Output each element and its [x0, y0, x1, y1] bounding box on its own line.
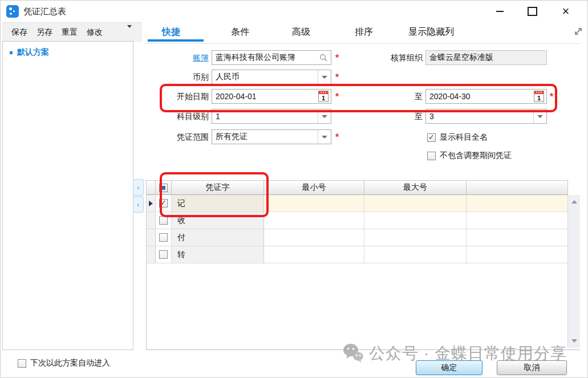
max-number-cell[interactable]	[364, 195, 467, 212]
col-header-voucher-word[interactable]: 凭证字	[172, 180, 264, 195]
min-number-cell[interactable]	[264, 195, 364, 212]
checkbox-unchecked-icon	[159, 216, 168, 225]
org-label: 核算组织	[384, 53, 423, 63]
modify-button[interactable]: 修改	[87, 27, 103, 38]
tab-condition[interactable]: 条件	[231, 26, 249, 38]
tab-quick[interactable]: 快捷	[162, 26, 180, 38]
subject-level-select[interactable]: 1	[212, 109, 331, 124]
minimize-icon	[496, 11, 504, 12]
blank-cell	[467, 212, 568, 229]
table-row[interactable]: 转	[147, 246, 580, 263]
table-row[interactable]: 收	[147, 212, 580, 229]
chevron-down-icon[interactable]	[318, 109, 331, 123]
max-number-cell[interactable]	[364, 229, 467, 246]
save-button[interactable]: 保存	[11, 27, 27, 38]
voucher-word-table: 凭证字 最小号 最大号 记 收	[146, 180, 580, 350]
chevron-down-icon[interactable]	[318, 130, 331, 144]
table-header-row: 凭证字 最小号 最大号	[147, 180, 580, 195]
header-indicator-cell	[147, 180, 156, 195]
scroll-up-icon[interactable]	[568, 197, 580, 206]
max-number-cell[interactable]	[364, 246, 467, 263]
row-checkbox[interactable]	[156, 195, 172, 212]
table-row[interactable]: 付	[147, 229, 580, 246]
tabs-separator	[146, 43, 580, 44]
col-header-min-number[interactable]: 最小号	[264, 180, 364, 195]
ok-button[interactable]: 确定	[416, 360, 482, 375]
subject-level-to-label: 至	[411, 112, 423, 122]
active-tab-underline	[148, 39, 204, 42]
checkbox-checked-icon	[159, 199, 168, 208]
checkbox-partial-icon	[159, 184, 168, 192]
required-asterisk: *	[335, 92, 339, 102]
expand-dialog-icon[interactable]	[573, 26, 584, 37]
auto-enter-checkbox[interactable]: 下次以此方案自动进入	[18, 358, 110, 368]
exclude-adjust-period-checkbox[interactable]: 不包含调整期间凭证	[427, 151, 512, 161]
col-header-blank	[467, 180, 568, 195]
voucher-word-cell[interactable]: 记	[172, 195, 264, 212]
required-asterisk: *	[335, 53, 339, 63]
start-date-label: 开始日期	[115, 92, 209, 102]
scheme-list-panel: 默认方案	[2, 41, 133, 350]
scheme-item-default[interactable]: 默认方案	[10, 47, 49, 58]
scroll-down-icon[interactable]	[568, 336, 580, 346]
checkbox-unchecked-icon	[427, 152, 436, 160]
blank-cell	[467, 195, 568, 212]
app-logo-icon	[6, 5, 19, 18]
currency-label: 币别	[115, 72, 209, 83]
tab-sort[interactable]: 排序	[355, 26, 373, 38]
chevron-down-icon[interactable]	[318, 70, 331, 84]
min-number-cell[interactable]	[264, 229, 364, 246]
blank-cell	[467, 246, 568, 263]
cancel-button[interactable]: 取消	[497, 360, 567, 375]
checkbox-unchecked-icon	[159, 233, 168, 242]
collapse-right-button[interactable]: ›	[133, 179, 144, 196]
ledger-field[interactable]: 蓝海科技有限公司账簿	[212, 50, 331, 65]
current-row-arrow-icon	[149, 201, 153, 206]
voucher-word-cell[interactable]: 转	[172, 246, 264, 263]
end-date-label: 至	[411, 92, 423, 102]
voucher-word-cell[interactable]: 收	[172, 212, 264, 229]
row-indicator-cell	[147, 246, 156, 263]
row-checkbox[interactable]	[156, 229, 172, 246]
currency-select[interactable]: 人民币	[212, 70, 331, 84]
end-date-field[interactable]: 2020-04-30 1	[425, 89, 547, 104]
close-button[interactable]: ×	[558, 5, 573, 18]
select-all-checkbox[interactable]	[156, 180, 172, 195]
min-number-cell[interactable]	[264, 212, 364, 229]
row-checkbox[interactable]	[156, 246, 172, 263]
search-icon[interactable]	[316, 51, 331, 64]
window-title: 凭证汇总表	[23, 6, 66, 17]
start-date-field[interactable]: 2020-04-01 1	[212, 89, 331, 104]
checkbox-unchecked-icon	[18, 359, 26, 368]
vertical-scrollbar[interactable]	[567, 195, 580, 348]
ledger-label-link[interactable]: 账簿	[115, 53, 209, 63]
max-number-cell[interactable]	[364, 212, 467, 229]
tab-show-hide-columns[interactable]: 显示隐藏列	[408, 26, 454, 38]
maximize-button[interactable]	[525, 5, 540, 18]
reset-button[interactable]: 重置	[62, 27, 78, 38]
min-number-cell[interactable]	[264, 246, 364, 263]
calendar-icon[interactable]: 1	[316, 90, 331, 103]
chevron-down-icon[interactable]	[533, 109, 546, 123]
blank-cell	[467, 229, 568, 246]
scheme-toolbar: 保存 另存 重置 修改	[2, 22, 142, 42]
row-checkbox[interactable]	[156, 212, 172, 229]
toolbar-overflow-icon[interactable]	[127, 28, 134, 38]
voucher-range-select[interactable]: 所有凭证	[212, 129, 331, 144]
checkbox-unchecked-icon	[159, 250, 168, 259]
org-field: 金蝶云星空标准版	[425, 50, 547, 65]
calendar-icon[interactable]: 1	[532, 90, 546, 103]
show-full-subject-checkbox[interactable]: 显示科目全名	[427, 132, 488, 143]
subject-level-to-select[interactable]: 3	[425, 109, 547, 124]
collapse-left-button[interactable]: ‹	[133, 196, 144, 213]
voucher-word-cell[interactable]: 付	[172, 229, 264, 246]
minimize-button[interactable]	[492, 5, 507, 18]
tab-advanced[interactable]: 高级	[292, 26, 310, 38]
row-indicator-cell	[147, 195, 156, 212]
table-row[interactable]: 记	[147, 195, 580, 212]
required-asterisk: *	[335, 72, 339, 83]
col-header-max-number[interactable]: 最大号	[364, 180, 467, 195]
save-as-button[interactable]: 另存	[37, 27, 52, 38]
voucher-summary-dialog: 凭证汇总表 × 保存 另存 重置 修改 默认方案 › ‹ 快捷 条件 高级 排序…	[0, 0, 588, 378]
titlebar: 凭证汇总表 ×	[1, 1, 587, 22]
